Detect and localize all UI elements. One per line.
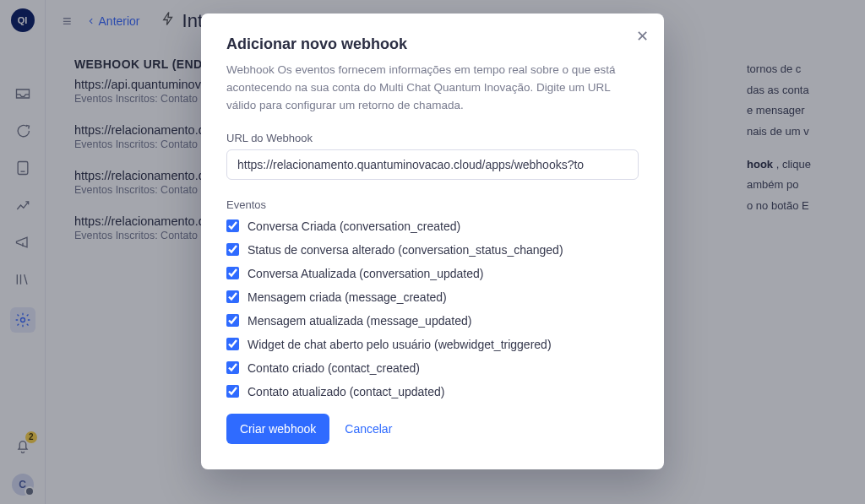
event-option[interactable]: Contato criado (contact_created) bbox=[226, 361, 639, 375]
add-webhook-modal: ✕ Adicionar novo webhook Webhook Os even… bbox=[201, 14, 664, 469]
close-icon[interactable]: ✕ bbox=[636, 27, 649, 46]
event-label: Mensagem atualizada (message_updated) bbox=[248, 314, 471, 328]
event-option[interactable]: Mensagem atualizada (message_updated) bbox=[226, 314, 639, 328]
event-label: Contato atualizado (contact_updated) bbox=[248, 385, 445, 398]
event-option[interactable]: Status de conversa alterado (conversatio… bbox=[226, 243, 639, 257]
event-checkbox[interactable] bbox=[226, 267, 239, 279]
event-label: Conversa Criada (conversation_created) bbox=[248, 219, 460, 233]
event-label: Contato criado (contact_created) bbox=[248, 361, 420, 375]
event-option[interactable]: Conversa Atualizada (conversation_update… bbox=[226, 267, 639, 280]
events-label: Eventos bbox=[226, 198, 639, 211]
event-checkbox[interactable] bbox=[226, 338, 239, 350]
event-label: Status de conversa alterado (conversatio… bbox=[248, 243, 563, 257]
modal-overlay[interactable]: ✕ Adicionar novo webhook Webhook Os even… bbox=[0, 0, 865, 504]
webhook-url-input[interactable] bbox=[226, 149, 639, 180]
event-checkbox[interactable] bbox=[226, 219, 239, 232]
event-label: Mensagem criada (message_created) bbox=[248, 290, 447, 304]
event-label: Widget de chat aberto pelo usuário (webw… bbox=[248, 338, 552, 351]
event-label: Conversa Atualizada (conversation_update… bbox=[248, 267, 483, 280]
event-option[interactable]: Contato atualizado (contact_updated) bbox=[226, 385, 639, 398]
event-checkbox[interactable] bbox=[226, 290, 239, 303]
event-checkbox[interactable] bbox=[226, 385, 239, 398]
webhook-url-label: URL do Webhook bbox=[226, 132, 639, 144]
create-webhook-button[interactable]: Criar webhook bbox=[226, 414, 329, 444]
modal-description: Webhook Os eventos fornecem informações … bbox=[226, 62, 639, 115]
event-option[interactable]: Mensagem criada (message_created) bbox=[226, 290, 639, 304]
modal-title: Adicionar novo webhook bbox=[226, 35, 639, 53]
event-checkbox[interactable] bbox=[226, 361, 239, 374]
event-checkbox[interactable] bbox=[226, 314, 239, 327]
event-option[interactable]: Widget de chat aberto pelo usuário (webw… bbox=[226, 338, 639, 351]
cancel-button[interactable]: Cancelar bbox=[345, 422, 392, 436]
event-option[interactable]: Conversa Criada (conversation_created) bbox=[226, 219, 639, 233]
event-checkbox[interactable] bbox=[226, 243, 239, 256]
